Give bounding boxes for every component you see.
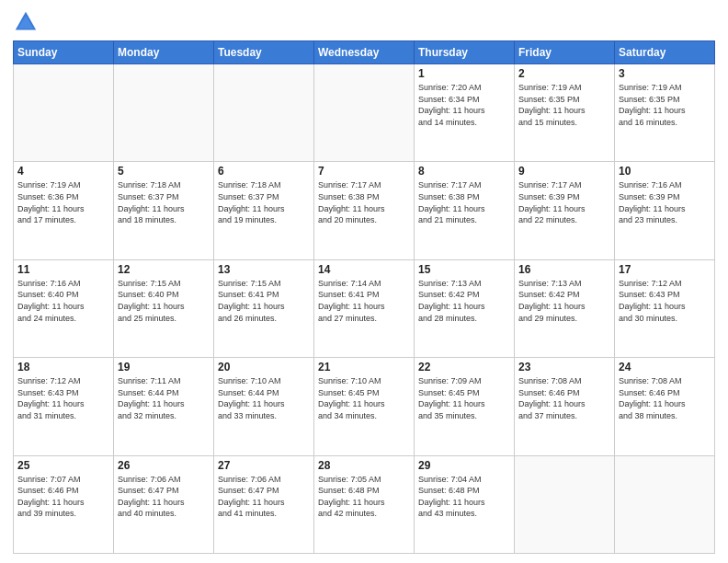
calendar-cell: 29Sunrise: 7:04 AM Sunset: 6:48 PM Dayli… [415, 455, 515, 553]
calendar-cell: 16Sunrise: 7:13 AM Sunset: 6:42 PM Dayli… [515, 259, 615, 357]
calendar-cell: 10Sunrise: 7:16 AM Sunset: 6:39 PM Dayli… [615, 162, 715, 259]
calendar-body: 1Sunrise: 7:20 AM Sunset: 6:34 PM Daylig… [14, 64, 715, 554]
weekday-header-saturday: Saturday [615, 41, 715, 64]
calendar-cell: 7Sunrise: 7:17 AM Sunset: 6:38 PM Daylig… [314, 162, 415, 259]
day-number: 29 [418, 459, 510, 472]
day-info: Sunrise: 7:07 AM Sunset: 6:46 PM Dayligh… [17, 474, 109, 520]
day-number: 22 [418, 361, 510, 373]
day-info: Sunrise: 7:14 AM Sunset: 6:41 PM Dayligh… [318, 278, 410, 324]
day-number: 23 [518, 361, 610, 373]
day-info: Sunrise: 7:10 AM Sunset: 6:44 PM Dayligh… [218, 375, 310, 421]
page: SundayMondayTuesdayWednesdayThursdayFrid… [0, 0, 728, 563]
day-info: Sunrise: 7:06 AM Sunset: 6:47 PM Dayligh… [218, 474, 310, 520]
calendar-cell: 26Sunrise: 7:06 AM Sunset: 6:47 PM Dayli… [114, 455, 214, 553]
calendar-cell: 27Sunrise: 7:06 AM Sunset: 6:47 PM Dayli… [214, 455, 314, 553]
day-info: Sunrise: 7:08 AM Sunset: 6:46 PM Dayligh… [518, 375, 610, 421]
calendar-cell: 11Sunrise: 7:16 AM Sunset: 6:40 PM Dayli… [14, 259, 114, 357]
calendar-cell: 19Sunrise: 7:11 AM Sunset: 6:44 PM Dayli… [114, 358, 214, 455]
calendar-cell: 17Sunrise: 7:12 AM Sunset: 6:43 PM Dayli… [615, 259, 715, 357]
calendar-cell: 12Sunrise: 7:15 AM Sunset: 6:40 PM Dayli… [114, 259, 214, 357]
weekday-header-tuesday: Tuesday [214, 41, 314, 64]
day-number: 26 [118, 459, 210, 472]
day-number: 5 [118, 165, 210, 178]
weekday-header-wednesday: Wednesday [314, 41, 415, 64]
calendar-cell [515, 455, 615, 553]
calendar-cell [14, 64, 114, 162]
day-info: Sunrise: 7:15 AM Sunset: 6:41 PM Dayligh… [218, 278, 310, 324]
calendar-cell: 6Sunrise: 7:18 AM Sunset: 6:37 PM Daylig… [214, 162, 314, 259]
day-number: 21 [318, 361, 410, 373]
day-info: Sunrise: 7:08 AM Sunset: 6:46 PM Dayligh… [619, 375, 711, 421]
calendar-cell: 21Sunrise: 7:10 AM Sunset: 6:45 PM Dayli… [314, 358, 415, 455]
calendar-cell: 4Sunrise: 7:19 AM Sunset: 6:36 PM Daylig… [14, 162, 114, 259]
day-info: Sunrise: 7:17 AM Sunset: 6:38 PM Dayligh… [418, 179, 510, 225]
calendar-cell: 24Sunrise: 7:08 AM Sunset: 6:46 PM Dayli… [615, 358, 715, 455]
calendar-cell [615, 455, 715, 553]
weekday-header-thursday: Thursday [415, 41, 515, 64]
day-info: Sunrise: 7:06 AM Sunset: 6:47 PM Dayligh… [118, 474, 210, 520]
calendar-cell: 25Sunrise: 7:07 AM Sunset: 6:46 PM Dayli… [14, 455, 114, 553]
calendar-cell: 8Sunrise: 7:17 AM Sunset: 6:38 PM Daylig… [415, 162, 515, 259]
day-number: 16 [518, 263, 610, 276]
day-info: Sunrise: 7:17 AM Sunset: 6:38 PM Dayligh… [318, 179, 410, 225]
day-info: Sunrise: 7:16 AM Sunset: 6:39 PM Dayligh… [619, 179, 711, 225]
day-info: Sunrise: 7:12 AM Sunset: 6:43 PM Dayligh… [619, 278, 711, 324]
weekday-header-monday: Monday [114, 41, 214, 64]
day-info: Sunrise: 7:16 AM Sunset: 6:40 PM Dayligh… [17, 278, 109, 324]
calendar-week-3: 18Sunrise: 7:12 AM Sunset: 6:43 PM Dayli… [14, 358, 715, 455]
calendar-cell: 9Sunrise: 7:17 AM Sunset: 6:39 PM Daylig… [515, 162, 615, 259]
day-number: 12 [118, 263, 210, 276]
day-number: 13 [218, 263, 310, 276]
calendar-week-4: 25Sunrise: 7:07 AM Sunset: 6:46 PM Dayli… [14, 455, 715, 553]
day-info: Sunrise: 7:10 AM Sunset: 6:45 PM Dayligh… [318, 375, 410, 421]
day-info: Sunrise: 7:19 AM Sunset: 6:35 PM Dayligh… [619, 82, 711, 128]
calendar-week-2: 11Sunrise: 7:16 AM Sunset: 6:40 PM Dayli… [14, 259, 715, 357]
day-info: Sunrise: 7:05 AM Sunset: 6:48 PM Dayligh… [318, 474, 410, 520]
calendar-cell: 5Sunrise: 7:18 AM Sunset: 6:37 PM Daylig… [114, 162, 214, 259]
day-number: 10 [619, 165, 711, 178]
day-info: Sunrise: 7:17 AM Sunset: 6:39 PM Dayligh… [518, 179, 610, 225]
day-info: Sunrise: 7:18 AM Sunset: 6:37 PM Dayligh… [218, 179, 310, 225]
day-number: 18 [17, 361, 109, 373]
day-number: 15 [418, 263, 510, 276]
day-info: Sunrise: 7:12 AM Sunset: 6:43 PM Dayligh… [17, 375, 109, 421]
day-number: 2 [518, 67, 610, 80]
day-number: 25 [17, 459, 109, 472]
day-number: 4 [17, 165, 109, 178]
logo-icon [13, 9, 39, 35]
day-info: Sunrise: 7:04 AM Sunset: 6:48 PM Dayligh… [418, 474, 510, 520]
day-number: 17 [619, 263, 711, 276]
day-number: 7 [318, 165, 410, 178]
day-info: Sunrise: 7:19 AM Sunset: 6:36 PM Dayligh… [17, 179, 109, 225]
calendar-cell [114, 64, 214, 162]
weekday-row: SundayMondayTuesdayWednesdayThursdayFrid… [14, 41, 715, 64]
weekday-header-sunday: Sunday [14, 41, 114, 64]
calendar-cell: 28Sunrise: 7:05 AM Sunset: 6:48 PM Dayli… [314, 455, 415, 553]
calendar-cell: 15Sunrise: 7:13 AM Sunset: 6:42 PM Dayli… [415, 259, 515, 357]
day-info: Sunrise: 7:19 AM Sunset: 6:35 PM Dayligh… [518, 82, 610, 128]
day-number: 24 [619, 361, 711, 373]
calendar-cell: 14Sunrise: 7:14 AM Sunset: 6:41 PM Dayli… [314, 259, 415, 357]
day-number: 11 [17, 263, 109, 276]
header [13, 9, 715, 35]
calendar-cell: 23Sunrise: 7:08 AM Sunset: 6:46 PM Dayli… [515, 358, 615, 455]
calendar-header: SundayMondayTuesdayWednesdayThursdayFrid… [14, 41, 715, 64]
calendar-cell: 3Sunrise: 7:19 AM Sunset: 6:35 PM Daylig… [615, 64, 715, 162]
day-number: 28 [318, 459, 410, 472]
day-number: 27 [218, 459, 310, 472]
calendar-cell: 20Sunrise: 7:10 AM Sunset: 6:44 PM Dayli… [214, 358, 314, 455]
day-number: 9 [518, 165, 610, 178]
calendar-cell [314, 64, 415, 162]
day-number: 6 [218, 165, 310, 178]
calendar-cell: 13Sunrise: 7:15 AM Sunset: 6:41 PM Dayli… [214, 259, 314, 357]
calendar-cell: 2Sunrise: 7:19 AM Sunset: 6:35 PM Daylig… [515, 64, 615, 162]
calendar-week-1: 4Sunrise: 7:19 AM Sunset: 6:36 PM Daylig… [14, 162, 715, 259]
calendar-week-0: 1Sunrise: 7:20 AM Sunset: 6:34 PM Daylig… [14, 64, 715, 162]
day-info: Sunrise: 7:20 AM Sunset: 6:34 PM Dayligh… [418, 82, 510, 128]
day-number: 8 [418, 165, 510, 178]
day-number: 19 [118, 361, 210, 373]
day-info: Sunrise: 7:13 AM Sunset: 6:42 PM Dayligh… [418, 278, 510, 324]
calendar-table: SundayMondayTuesdayWednesdayThursdayFrid… [13, 40, 715, 554]
weekday-header-friday: Friday [515, 41, 615, 64]
day-info: Sunrise: 7:18 AM Sunset: 6:37 PM Dayligh… [118, 179, 210, 225]
